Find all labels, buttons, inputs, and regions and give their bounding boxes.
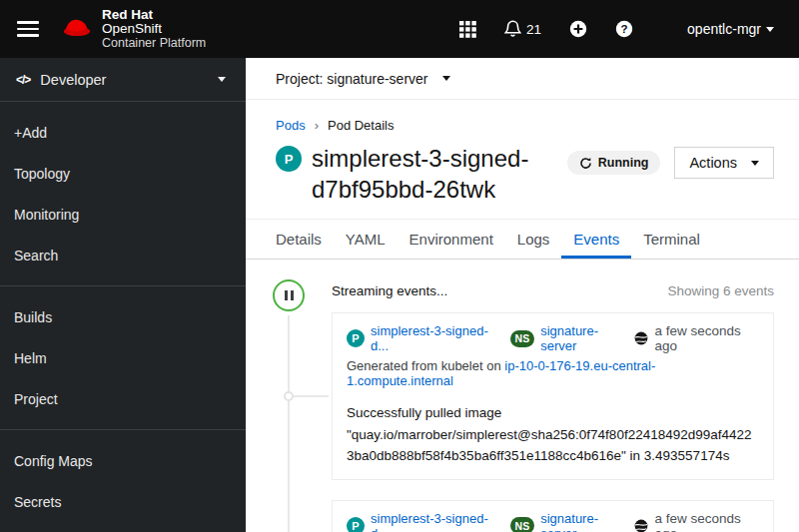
openshift-console: Red Hat OpenShift Container Platform bbox=[0, 0, 799, 532]
page-title: simplerest-3-signed-d7bf95bbd-26twk bbox=[312, 143, 567, 205]
pause-stream-button[interactable] bbox=[273, 279, 305, 311]
event-pod-link[interactable]: simplerest-3-signed-d... bbox=[371, 511, 498, 532]
sidebar-item-helm[interactable]: Helm bbox=[0, 337, 246, 378]
stream-header: Streaming events... Showing 6 events bbox=[332, 283, 774, 298]
perspective-switcher[interactable]: </> Developer bbox=[0, 58, 246, 102]
nav-menu-toggle-button[interactable] bbox=[10, 11, 46, 47]
sidebar-item-builds[interactable]: Builds bbox=[0, 296, 246, 337]
pod-resource-badge: P bbox=[347, 517, 365, 532]
chevron-down-icon bbox=[218, 77, 226, 82]
tab-terminal[interactable]: Terminal bbox=[631, 220, 712, 259]
breadcrumb-current: Pod Details bbox=[328, 118, 394, 133]
project-selector-label: Project: signature-server bbox=[276, 71, 428, 87]
perspective-label: Developer bbox=[40, 72, 106, 88]
sidebar-item-monitoring[interactable]: Monitoring bbox=[0, 194, 246, 235]
masthead: Red Hat OpenShift Container Platform bbox=[0, 0, 799, 58]
event-source-text: Generated from kubelet on bbox=[347, 358, 501, 373]
tab-details[interactable]: Details bbox=[264, 220, 334, 259]
pod-detail-tabs: Details YAML Environment Logs Events Ter… bbox=[246, 219, 799, 260]
tab-events[interactable]: Events bbox=[561, 220, 631, 259]
event-namespace-link[interactable]: signature-server bbox=[540, 323, 628, 353]
event-count-text: Showing 6 events bbox=[667, 283, 774, 298]
pod-resource-badge: P bbox=[276, 146, 302, 172]
tab-environment[interactable]: Environment bbox=[398, 220, 505, 259]
events-panel: Streaming events... Showing 6 events P s… bbox=[246, 260, 799, 532]
nav-section-config: Config Maps Secrets bbox=[0, 429, 246, 532]
event-message: Successfully pulled image "quay.io/marro… bbox=[347, 402, 759, 467]
developer-code-icon: </> bbox=[16, 73, 30, 87]
nav-section-main: +Add Topology Monitoring Search bbox=[0, 102, 246, 285]
sidebar-item-config-maps[interactable]: Config Maps bbox=[0, 440, 246, 481]
streaming-status-text: Streaming events... bbox=[332, 283, 447, 298]
namespace-resource-badge: NS bbox=[510, 517, 535, 532]
status-text: Running bbox=[598, 156, 649, 170]
grid-icon bbox=[459, 21, 476, 38]
event-timeline bbox=[288, 315, 290, 532]
event-card: P simplerest-3-signed-d... NS signature-… bbox=[332, 500, 774, 532]
nav-section-build: Builds Helm Project bbox=[0, 285, 246, 429]
globe-icon bbox=[634, 331, 648, 345]
tab-yaml[interactable]: YAML bbox=[334, 220, 398, 259]
help-button[interactable]: ? bbox=[606, 14, 642, 44]
sidebar-item-project[interactable]: Project bbox=[0, 378, 246, 419]
plus-circle-icon bbox=[569, 20, 587, 38]
timeline-connector bbox=[284, 391, 329, 401]
namespace-resource-badge: NS bbox=[510, 330, 535, 347]
actions-dropdown-button[interactable]: Actions bbox=[674, 147, 774, 179]
event-namespace-link[interactable]: signature-server bbox=[540, 511, 628, 532]
breadcrumb-separator: › bbox=[315, 118, 319, 133]
chevron-down-icon bbox=[766, 27, 774, 32]
notifications-button[interactable]: 21 bbox=[495, 14, 550, 44]
breadcrumb-pods-link[interactable]: Pods bbox=[276, 118, 306, 133]
masthead-toolbar: 21 ? opentlc-mgr bbox=[450, 14, 783, 44]
event-pod-link[interactable]: simplerest-3-signed-d... bbox=[371, 323, 498, 353]
sidebar: </> Developer +Add Topology Monitoring S… bbox=[0, 58, 246, 532]
title-row: P simplerest-3-signed-d7bf95bbd-26twk bbox=[276, 143, 774, 205]
username: opentlc-mgr bbox=[687, 21, 761, 37]
user-menu-button[interactable]: opentlc-mgr bbox=[678, 15, 783, 43]
notification-count: 21 bbox=[526, 22, 541, 37]
sidebar-item-secrets[interactable]: Secrets bbox=[0, 481, 246, 522]
project-selector[interactable]: Project: signature-server bbox=[246, 58, 799, 100]
page-header: Pods › Pod Details P simplerest-3-signed… bbox=[246, 100, 799, 205]
sidebar-item-search[interactable]: Search bbox=[0, 235, 246, 275]
event-card: P simplerest-3-signed-d... NS signature-… bbox=[332, 312, 774, 480]
event-timestamp: a few seconds ago bbox=[654, 511, 759, 532]
brand-line-1: Red Hat bbox=[102, 8, 206, 22]
main-content: Project: signature-server Pods › Pod Det… bbox=[246, 58, 799, 532]
svg-text:?: ? bbox=[621, 23, 628, 35]
bell-icon bbox=[504, 20, 521, 38]
redhat-fedora-icon bbox=[60, 16, 94, 42]
tab-logs[interactable]: Logs bbox=[505, 220, 562, 259]
event-timestamp: a few seconds ago bbox=[654, 323, 759, 353]
pause-icon bbox=[285, 290, 288, 300]
sidebar-item-topology[interactable]: Topology bbox=[0, 153, 246, 194]
brand-line-2: OpenShift bbox=[102, 22, 206, 36]
sync-icon bbox=[579, 157, 592, 170]
question-circle-icon: ? bbox=[615, 20, 633, 38]
chevron-down-icon bbox=[442, 76, 450, 81]
pod-resource-badge: P bbox=[347, 329, 365, 347]
timeline-dot bbox=[284, 391, 294, 401]
brand-line-3: Container Platform bbox=[102, 36, 206, 50]
quick-create-button[interactable] bbox=[560, 14, 596, 44]
chevron-down-icon bbox=[751, 161, 759, 166]
hamburger-icon bbox=[17, 21, 39, 24]
app-launcher-button[interactable] bbox=[450, 15, 485, 44]
sidebar-item-add[interactable]: +Add bbox=[0, 112, 246, 153]
breadcrumb: Pods › Pod Details bbox=[276, 118, 774, 133]
status-badge: Running bbox=[567, 151, 661, 175]
brand-text: Red Hat OpenShift Container Platform bbox=[102, 8, 206, 50]
brand-logo: Red Hat OpenShift Container Platform bbox=[60, 8, 206, 50]
globe-icon bbox=[634, 519, 648, 532]
